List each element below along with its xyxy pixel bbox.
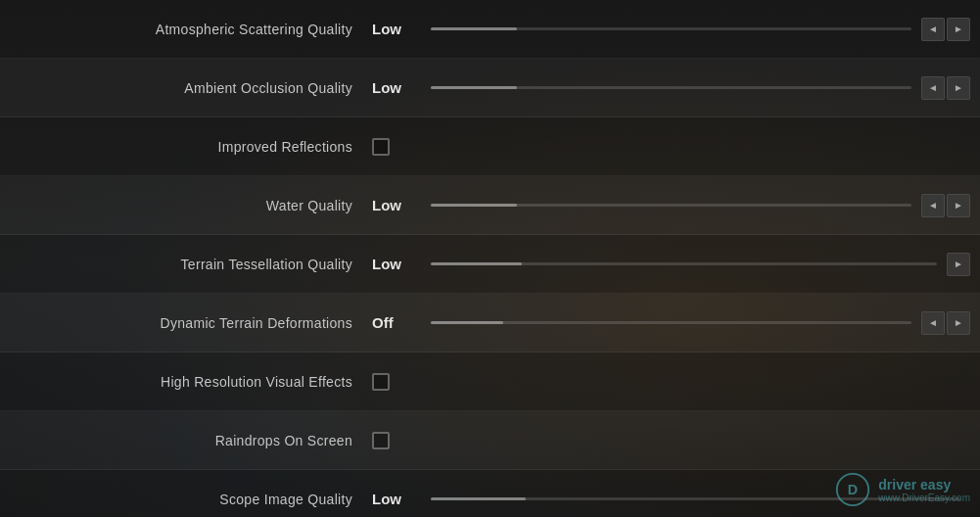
svg-text:D: D — [848, 482, 858, 497]
setting-row-raindrops-on-screen: Raindrops On Screen — [0, 411, 980, 470]
label-dynamic-terrain-deformations: Dynamic Terrain Deformations — [0, 315, 372, 331]
label-improved-reflections: Improved Reflections — [0, 139, 372, 155]
value-terrain-tessellation-quality: Low — [372, 256, 431, 272]
setting-row-terrain-tessellation-quality: Terrain Tessellation QualityLow► — [0, 235, 980, 294]
setting-row-water-quality: Water QualityLow◄► — [0, 176, 980, 235]
watermark-brand: driver easy — [878, 477, 970, 493]
left-arrow-dynamic-terrain-deformations[interactable]: ◄ — [921, 311, 945, 335]
slider-track-ambient-occlusion-quality[interactable] — [431, 86, 911, 89]
label-atmospheric-scattering-quality: Atmospheric Scattering Quality — [0, 22, 372, 37]
controls-terrain-tessellation-quality: ► — [947, 253, 970, 276]
settings-panel: Atmospheric Scattering QualityLow◄►Ambie… — [0, 0, 980, 517]
setting-row-high-resolution-visual-effects: High Resolution Visual Effects — [0, 352, 980, 411]
slider-fill-terrain-tessellation-quality — [431, 262, 522, 265]
setting-row-ambient-occlusion-quality: Ambient Occlusion QualityLow◄► — [0, 59, 980, 118]
checkbox-high-resolution-visual-effects[interactable] — [372, 373, 390, 391]
slider-container-ambient-occlusion-quality — [431, 59, 911, 117]
slider-track-dynamic-terrain-deformations[interactable] — [431, 321, 911, 324]
label-water-quality: Water Quality — [0, 198, 372, 213]
watermark-url: www.DriverEasy.com — [878, 493, 970, 503]
slider-container-dynamic-terrain-deformations — [431, 294, 911, 352]
watermark: D driver easy www.DriverEasy.com — [835, 472, 970, 507]
slider-container-water-quality — [431, 176, 911, 234]
slider-fill-dynamic-terrain-deformations — [431, 321, 503, 324]
label-high-resolution-visual-effects: High Resolution Visual Effects — [0, 374, 372, 390]
checkbox-container-improved-reflections — [372, 138, 390, 156]
value-ambient-occlusion-quality: Low — [372, 79, 431, 96]
checkbox-container-raindrops-on-screen — [372, 432, 390, 449]
setting-row-scope-image-quality: Scope Image QualityLow — [0, 470, 980, 517]
checkbox-improved-reflections[interactable] — [372, 138, 390, 156]
setting-row-improved-reflections: Improved Reflections — [0, 118, 980, 176]
checkbox-container-high-resolution-visual-effects — [372, 373, 390, 391]
slider-track-terrain-tessellation-quality[interactable] — [431, 262, 937, 265]
controls-ambient-occlusion-quality: ◄► — [921, 76, 970, 100]
label-terrain-tessellation-quality: Terrain Tessellation Quality — [0, 257, 372, 272]
setting-row-atmospheric-scattering-quality: Atmospheric Scattering QualityLow◄► — [0, 0, 980, 59]
controls-dynamic-terrain-deformations: ◄► — [921, 311, 970, 335]
value-water-quality: Low — [372, 197, 431, 213]
slider-container-atmospheric-scattering-quality — [431, 0, 911, 58]
slider-fill-scope-image-quality — [431, 497, 526, 500]
checkbox-raindrops-on-screen[interactable] — [372, 432, 390, 449]
slider-fill-atmospheric-scattering-quality — [431, 27, 517, 30]
slider-track-water-quality[interactable] — [431, 204, 911, 207]
label-ambient-occlusion-quality: Ambient Occlusion Quality — [0, 80, 372, 96]
value-atmospheric-scattering-quality: Low — [372, 21, 431, 37]
value-scope-image-quality: Low — [372, 491, 431, 507]
right-arrow-terrain-tessellation-quality[interactable]: ► — [947, 253, 970, 276]
left-arrow-water-quality[interactable]: ◄ — [921, 194, 945, 217]
slider-container-terrain-tessellation-quality — [431, 235, 937, 293]
slider-fill-water-quality — [431, 204, 517, 207]
setting-row-dynamic-terrain-deformations: Dynamic Terrain DeformationsOff◄► — [0, 294, 980, 352]
label-scope-image-quality: Scope Image Quality — [0, 492, 372, 507]
slider-track-atmospheric-scattering-quality[interactable] — [431, 27, 911, 30]
label-raindrops-on-screen: Raindrops On Screen — [0, 433, 372, 448]
left-arrow-atmospheric-scattering-quality[interactable]: ◄ — [921, 18, 945, 41]
right-arrow-atmospheric-scattering-quality[interactable]: ► — [947, 18, 970, 41]
left-arrow-ambient-occlusion-quality[interactable]: ◄ — [921, 76, 945, 100]
right-arrow-ambient-occlusion-quality[interactable]: ► — [947, 76, 970, 100]
value-dynamic-terrain-deformations: Off — [372, 314, 431, 331]
controls-atmospheric-scattering-quality: ◄► — [921, 18, 970, 41]
right-arrow-water-quality[interactable]: ► — [947, 194, 970, 217]
controls-water-quality: ◄► — [921, 194, 970, 217]
right-arrow-dynamic-terrain-deformations[interactable]: ► — [947, 311, 970, 335]
slider-fill-ambient-occlusion-quality — [431, 86, 517, 89]
